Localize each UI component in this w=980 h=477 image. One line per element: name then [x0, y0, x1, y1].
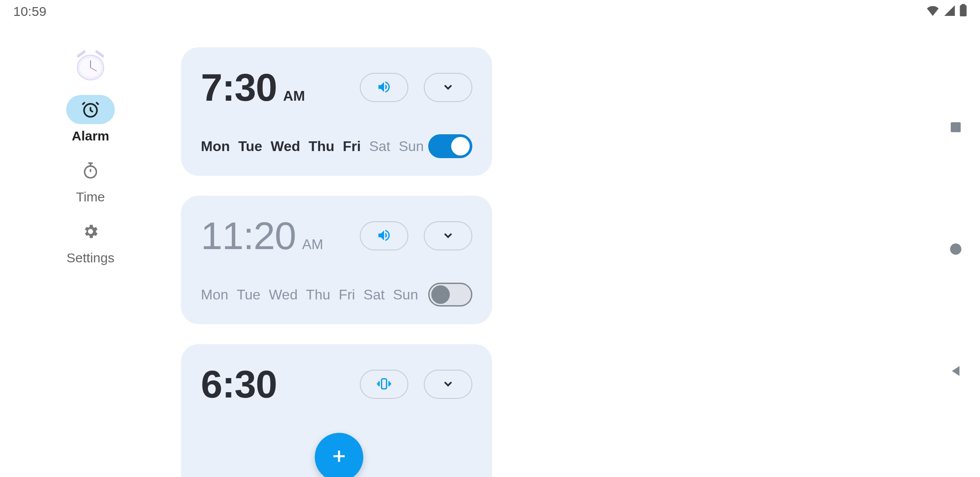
svg-rect-9 [951, 122, 961, 132]
day-tue: Tue [237, 287, 260, 303]
expand-button[interactable] [424, 73, 472, 102]
day-wed: Wed [269, 287, 298, 303]
alarm-time-value: 11:20 [201, 213, 296, 258]
wifi-icon [926, 4, 939, 19]
speaker-icon [377, 228, 392, 244]
sound-button[interactable] [360, 73, 408, 102]
day-sat: Sat [369, 138, 390, 154]
sound-button[interactable] [360, 221, 408, 250]
back-button[interactable] [948, 363, 963, 380]
alarm-toggle[interactable] [428, 134, 472, 158]
sidebar-item-alarm[interactable]: Alarm [66, 95, 115, 144]
day-tue: Tue [238, 138, 263, 154]
svg-rect-8 [381, 379, 386, 389]
add-alarm-button[interactable] [315, 433, 363, 477]
chevron-down-icon [441, 80, 455, 95]
sidebar-item-time[interactable]: Time [66, 156, 115, 204]
day-wed: Wed [271, 138, 300, 154]
day-mon: Mon [201, 138, 230, 154]
svg-rect-1 [961, 4, 965, 6]
app-logo [71, 47, 110, 83]
alarm-time-value: 7:30 [201, 65, 277, 110]
day-thu: Thu [309, 138, 335, 154]
stopwatch-icon [66, 156, 115, 185]
cellular-icon [944, 4, 955, 19]
recent-apps-button[interactable] [948, 120, 963, 136]
battery-icon [960, 4, 967, 19]
gear-icon [66, 217, 115, 246]
svg-rect-0 [960, 5, 966, 16]
plus-icon [329, 447, 349, 468]
day-sun: Sun [393, 287, 418, 303]
status-bar: 10:59 [0, 0, 980, 23]
day-fri: Fri [339, 287, 355, 303]
alarm-card: 11:20 AM [181, 196, 492, 324]
chevron-down-icon [441, 377, 455, 392]
speaker-icon [377, 80, 392, 96]
alarm-time[interactable]: 6:30 [201, 362, 283, 407]
sidebar-item-label: Settings [67, 250, 114, 265]
alarm-time[interactable]: 11:20 AM [201, 213, 323, 258]
sidebar: Alarm Time Settings [0, 23, 181, 477]
alarm-time[interactable]: 7:30 AM [201, 65, 305, 110]
alarm-list: 7:30 AM [181, 23, 497, 477]
day-sat: Sat [363, 287, 384, 303]
day-thu: Thu [306, 287, 330, 303]
alarm-ampm: AM [302, 236, 323, 253]
sidebar-item-label: Time [76, 189, 105, 204]
home-button[interactable] [948, 242, 963, 258]
day-mon: Mon [201, 287, 228, 303]
sidebar-item-settings[interactable]: Settings [66, 217, 115, 265]
alarm-days[interactable]: Mon Tue Wed Thu Fri Sat Sun [201, 138, 428, 155]
alarm-card: 7:30 AM [181, 47, 492, 176]
expand-button[interactable] [424, 370, 472, 399]
alarm-time-value: 6:30 [201, 362, 277, 407]
alarm-toggle[interactable] [428, 283, 472, 307]
expand-button[interactable] [424, 221, 472, 250]
alarm-days[interactable]: Mon Tue Wed Thu Fri Sat Sun [201, 287, 422, 303]
day-sun: Sun [399, 138, 424, 154]
alarm-ampm: AM [283, 88, 305, 104]
chevron-down-icon [441, 229, 455, 243]
sidebar-item-label: Alarm [72, 129, 109, 144]
status-time: 10:59 [13, 4, 46, 19]
svg-point-10 [950, 243, 961, 255]
day-fri: Fri [343, 138, 361, 154]
alarm-icon [66, 95, 115, 124]
vibrate-icon [377, 376, 392, 393]
system-nav [931, 23, 980, 477]
sound-button[interactable] [360, 370, 408, 399]
status-icons [926, 4, 967, 19]
